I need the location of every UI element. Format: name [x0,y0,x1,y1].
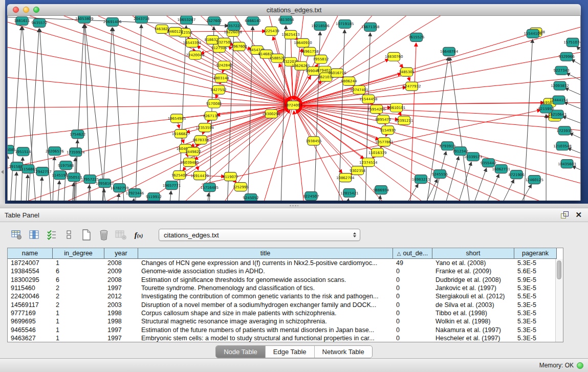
table-row[interactable]: 977716911998Corpus callosum shape and si… [8,309,556,317]
graph-node[interactable]: 1350513 [66,173,82,182]
cell-out-degree[interactable]: 49 [393,259,432,267]
graph-node[interactable]: 16961758 [300,47,319,56]
cell-in-degree[interactable]: 1 [53,310,104,317]
zoom-window-button[interactable] [33,7,39,13]
cell-title[interactable]: Structural magnetic resonance image aver… [138,318,393,325]
table-row[interactable]: 1872400712008Changes of HCN gene express… [8,259,556,267]
cell-in-degree[interactable]: 6 [53,268,104,275]
graph-node[interactable]: 1449822 [185,147,201,156]
graph-node[interactable]: 13625413 [281,30,300,39]
graph-node[interactable]: 9355442 [481,159,496,167]
show-columns-button[interactable] [27,228,42,242]
cell-out-degree[interactable]: 0 [393,268,432,275]
graph-node[interactable]: 7615526 [408,33,424,41]
cell-title[interactable]: Investigating the contribution of common… [138,293,393,300]
graph-node[interactable]: 16062731 [492,165,511,173]
horizontal-splitter[interactable] [0,204,588,208]
scrollbar-thumb[interactable] [557,260,561,279]
graph-node[interactable]: 9242848 [216,61,232,70]
graph-node[interactable]: 2516085 [8,145,16,154]
cell-title[interactable]: Embryonic stem cells: a model to study s… [138,335,393,342]
graph-node[interactable]: 12374514 [359,158,378,167]
cell-in-degree[interactable]: 2 [53,293,104,300]
cell-short[interactable]: Yano et al. (2008) [432,259,514,267]
graph-node[interactable]: 16983213 [412,175,430,184]
cell-title[interactable]: Changes of HCN gene expression and I(f) … [138,259,393,267]
cell-year[interactable]: 1997 [104,335,138,342]
cell-title[interactable]: Corpus callosum shape and size in male p… [138,310,393,317]
graph-node[interactable]: 10719185 [336,19,354,28]
graph-node[interactable]: 7955812 [313,55,329,63]
graph-node[interactable]: 9119912 [146,193,162,201]
column-header-in-degree[interactable]: in_degree [53,248,104,259]
cell-in-degree[interactable]: 1 [53,259,104,267]
graph-node[interactable]: 8678334 [193,136,209,144]
cell-short[interactable]: de Silva et al. (2003) [432,301,514,309]
tab-edge-table[interactable]: Edge Table [266,346,315,358]
cell-out-degree[interactable]: 0 [393,293,432,300]
graph-node[interactable]: 9245052 [243,194,259,201]
cell-out-degree[interactable]: 0 [393,326,432,334]
network-canvas[interactable]: 1872400718300295881235416543392224200469… [8,16,580,201]
float-panel-icon[interactable] [561,211,569,218]
graph-node[interactable]: 9886934 [373,186,389,194]
table-row[interactable]: 1938455462009Genome-wide association stu… [8,267,556,275]
table-row[interactable]: 946554611997Estimation of the future num… [8,325,556,334]
graph-node[interactable]: 2967608 [231,42,247,51]
cell-name[interactable]: 9465546 [8,326,53,334]
graph-node[interactable]: 12477932 [403,82,421,91]
graph-node[interactable]: 15751074 [563,38,580,47]
graph-node[interactable]: 10862704 [336,173,355,182]
table-row[interactable]: 911546021997Tourette syndrome. Phenomeno… [8,284,556,292]
table-row[interactable]: 969969511998Structural magnetic resonanc… [8,317,556,325]
cell-short[interactable]: Hescheler et al. (1997) [432,335,514,342]
graph-node[interactable]: 7485301 [399,68,415,76]
cell-pagerank[interactable]: 5.3E-5 [514,259,557,267]
graph-node[interactable]: 8813054 [278,16,294,24]
memory-status-indicator[interactable] [577,362,583,369]
graph-node[interactable]: 8215953 [538,104,554,113]
cell-name[interactable]: 18724007 [8,259,53,267]
cell-year[interactable]: 2008 [104,276,138,283]
graph-node[interactable]: 7625402 [171,171,187,180]
cell-year[interactable]: 1997 [104,326,138,334]
table-row[interactable]: 1456911722003Disruption of a novel membe… [8,300,556,309]
graph-node[interactable]: 7357224 [226,21,243,30]
graph-node[interactable]: 10391211 [395,116,413,125]
graph-node[interactable]: 9302354 [350,166,366,175]
import-table-button[interactable] [79,228,94,242]
table-row[interactable]: 2242004622012Investigating the contribut… [8,292,556,300]
graph-node[interactable]: 9435572 [31,18,47,27]
graph-node[interactable]: 9170081 [206,99,222,108]
cell-year[interactable]: 1998 [104,310,138,317]
cell-out-degree[interactable]: 0 [393,276,432,283]
graph-node[interactable]: 12103548 [553,142,572,150]
close-window-button[interactable] [13,7,19,13]
graph-node[interactable]: 8224507 [303,192,319,201]
table-selector-dropdown[interactable]: citations_edges.txt [159,229,360,241]
graph-node[interactable]: 7252995 [233,183,249,191]
graph-node[interactable]: 8895473 [375,115,391,124]
graph-node[interactable]: 8267130 [203,112,219,120]
graph-node[interactable]: 12815421 [340,189,359,198]
graph-node[interactable]: 8427552 [211,85,227,94]
graph-node[interactable]: 18640910 [294,38,312,47]
graph-node[interactable]: 20206576 [46,147,64,156]
graph-node[interactable]: 9245556 [432,170,448,179]
cell-out-degree[interactable]: 0 [393,318,432,325]
cell-in-degree[interactable]: 2 [53,285,104,292]
graph-node[interactable]: 15954205 [367,105,386,114]
minimize-window-button[interactable] [23,7,29,13]
cell-short[interactable]: Jankovic et al. (1997) [432,285,514,292]
table-settings-button[interactable] [9,228,25,242]
cell-short[interactable]: Dudbridge et al. (2008) [432,276,514,283]
column-header-pagerank[interactable]: pagerank [514,248,557,259]
cell-short[interactable]: Wolkin et al. (1998) [432,318,514,325]
cell-pagerank[interactable]: 5.3E-5 [514,335,557,342]
graph-node[interactable]: 9154930 [380,126,396,135]
column-header-title[interactable]: title [138,248,393,259]
cell-title[interactable]: Estimation of the future numbers of pati… [138,326,393,334]
graph-node[interactable]: 16671358 [361,23,380,31]
graph-node[interactable]: 2803144 [213,74,230,82]
vertical-scrollbar[interactable] [555,259,563,342]
